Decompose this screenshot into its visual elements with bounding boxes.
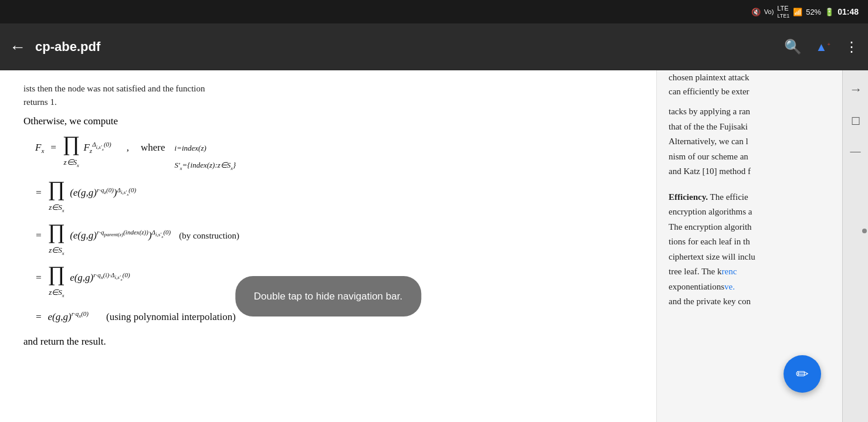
- search-icon[interactable]: 🔍: [784, 39, 802, 55]
- toast-notification: Double tap to hide navigation bar.: [235, 276, 421, 316]
- math-line-2: = ∏ z∈Sx (e(g,g)r·qz(0))Δi,s'x(0): [35, 178, 633, 216]
- nav-back-icon[interactable]: ←: [849, 82, 862, 97]
- top-cut-line2: returns 1.: [23, 96, 633, 109]
- right-paragraphs: tacks by applying a ran that of the the …: [669, 104, 856, 179]
- content-area: ists then the node was not satisfied and…: [0, 70, 868, 422]
- drive-icon[interactable]: ▲+: [816, 40, 830, 54]
- status-icons: 🔇 Vo) LTELTE1 📶 52% 🔋 01:48: [751, 5, 859, 19]
- otherwise-text: Otherwise, we compute: [23, 115, 633, 127]
- status-bar: 🔇 Vo) LTELTE1 📶 52% 🔋 01:48: [0, 0, 868, 23]
- top-cut-line1: ists then the node was not satisfied and…: [23, 82, 633, 96]
- scroll-indicator: [862, 229, 867, 233]
- time-display: 01:48: [838, 7, 859, 16]
- mute-icon: 🔇: [751, 8, 761, 16]
- math-line-1: Fx = ∏ z∈Sx FzΔi,s'x(0) , where i=index(…: [35, 133, 633, 173]
- top-actions: 🔍 ▲+ ⋮: [784, 39, 859, 55]
- signal-icon: 📶: [793, 8, 802, 16]
- nav-fullscreen-icon[interactable]: ☐: [851, 115, 860, 128]
- right-top-text: chosen plaintext attack can efficiently …: [669, 70, 856, 98]
- efficiency-section: Efficiency. The efficie encryption algor…: [669, 190, 856, 309]
- right-text-content: chosen plaintext attack can efficiently …: [657, 70, 868, 321]
- and-return-text: and return the result.: [23, 336, 633, 348]
- edit-icon: ✏: [796, 365, 809, 383]
- fab-button[interactable]: ✏: [784, 355, 821, 393]
- more-options-icon[interactable]: ⋮: [845, 39, 859, 55]
- right-panel: chosen plaintext attack can efficiently …: [657, 70, 868, 422]
- top-bar: ← cp-abe.pdf 🔍 ▲+ ⋮: [0, 23, 868, 70]
- pdf-panel: ists then the node was not satisfied and…: [0, 70, 657, 422]
- battery-icon: 🔋: [825, 8, 834, 16]
- top-cut-text: ists then the node was not satisfied and…: [23, 82, 633, 108]
- math-line-3: = ∏ z∈Sx (e(g,g)r·qparent(z)(index(z)))Δ…: [35, 221, 633, 259]
- prod-symbol-1: ∏: [63, 133, 80, 154]
- nav-dash-icon[interactable]: —: [850, 145, 861, 158]
- voice-label: Vo): [764, 8, 774, 15]
- file-title: cp-abe.pdf: [35, 39, 784, 55]
- efficiency-text: Efficiency. The efficie encryption algor…: [669, 190, 856, 309]
- side-nav: ← ☐ —: [842, 70, 868, 422]
- battery-percent: 52%: [806, 8, 821, 16]
- lte-label: LTELTE1: [777, 5, 789, 19]
- back-button[interactable]: ←: [9, 38, 26, 56]
- math-section: Fx = ∏ z∈Sx FzΔi,s'x(0) , where i=index(…: [23, 133, 633, 328]
